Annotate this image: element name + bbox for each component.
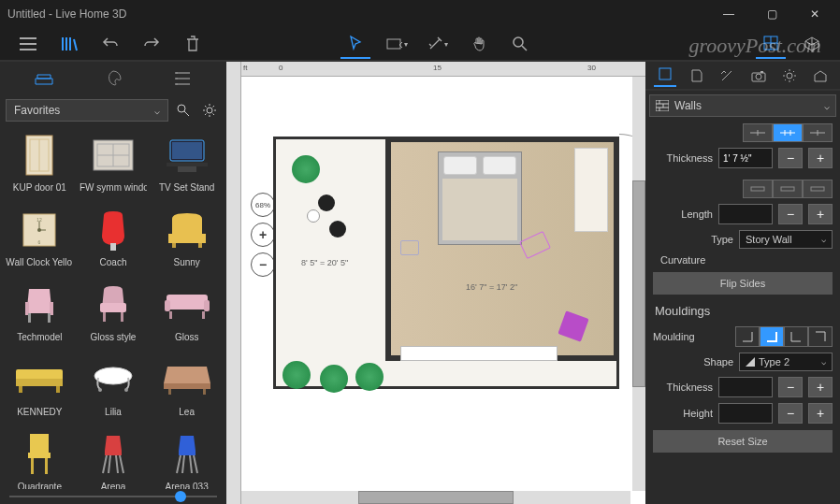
length-minus[interactable]: −	[778, 204, 803, 224]
svg-rect-55	[105, 451, 122, 455]
library-item[interactable]: KENNEDY	[4, 353, 76, 426]
svg-rect-35	[121, 312, 123, 322]
tools-dropdown-icon[interactable]: ▾	[423, 29, 453, 59]
plant-object[interactable]	[355, 363, 384, 391]
library-icon[interactable]	[54, 29, 84, 59]
library-settings-icon[interactable]	[198, 99, 221, 122]
library-item[interactable]: 126Wall Clock Yello…	[4, 204, 76, 277]
floor-plan[interactable]: 8' 5" = 20' 5" 16' 7" = 17' 2"	[273, 137, 619, 389]
reset-size-button[interactable]: Reset Size	[653, 430, 833, 453]
height-input[interactable]	[718, 403, 773, 424]
thickness-side-segmented[interactable]	[743, 123, 833, 142]
library-item[interactable]: Gloss	[151, 279, 223, 352]
wall-tool-icon[interactable]: ▾	[382, 29, 412, 59]
svg-rect-17	[167, 163, 208, 166]
moulding-shape-select[interactable]: Type 2⌵	[739, 353, 833, 371]
select-tool-icon[interactable]	[340, 29, 370, 59]
svg-point-7	[207, 108, 212, 113]
svg-point-3	[176, 72, 178, 74]
length-label: Length	[681, 209, 713, 220]
zoom-percentage[interactable]: 68%	[251, 193, 275, 217]
inspector-object-select[interactable]: Walls ⌵	[649, 94, 836, 117]
svg-point-46	[98, 388, 102, 392]
main-toolbar: ▾ ▾	[0, 28, 840, 62]
thickness-minus[interactable]: −	[778, 148, 803, 168]
library-category-label: Favorites	[14, 104, 60, 117]
zoom-out-button[interactable]: −	[251, 252, 275, 277]
library-search-icon[interactable]	[172, 99, 195, 122]
zoom-in-button[interactable]: +	[251, 223, 275, 247]
library-item[interactable]: KUP door 01	[4, 129, 76, 202]
undo-icon[interactable]	[95, 29, 125, 59]
materials-tab-icon[interactable]	[100, 65, 126, 92]
2d-props-tab-icon[interactable]	[716, 65, 738, 87]
svg-rect-72	[781, 187, 794, 191]
furniture-tab-icon[interactable]	[31, 65, 57, 92]
moulding-thickness-minus[interactable]: −	[778, 377, 803, 397]
moulding-thickness-plus[interactable]: +	[808, 377, 833, 397]
svg-rect-25	[110, 243, 116, 251]
wall-type-select[interactable]: Story Wall⌵	[739, 230, 833, 249]
building-tab-icon[interactable]	[809, 65, 832, 87]
plant-object[interactable]	[282, 361, 311, 389]
svg-rect-53	[31, 458, 34, 474]
menu-icon[interactable]	[13, 29, 43, 59]
camera-tab-icon[interactable]	[747, 65, 770, 87]
minimize-button[interactable]: —	[707, 0, 750, 28]
plant-object[interactable]	[320, 365, 348, 393]
svg-rect-40	[202, 311, 205, 319]
search-icon[interactable]	[505, 29, 535, 59]
flip-sides-button[interactable]: Flip Sides	[653, 272, 833, 295]
library-item[interactable]: Sunny	[151, 204, 223, 277]
svg-rect-71	[751, 187, 764, 191]
svg-rect-0	[387, 39, 400, 49]
thickness-input[interactable]: 1' 7 ½"	[718, 148, 773, 168]
svg-rect-29	[25, 302, 29, 315]
maximize-button[interactable]: ▢	[750, 0, 793, 28]
svg-text:6: 6	[38, 239, 41, 245]
library-item[interactable]: Lilia	[78, 353, 150, 426]
curvature-label: Curvature	[660, 254, 705, 266]
trash-icon[interactable]	[178, 29, 208, 59]
dimension-label: 16' 7" = 17' 2"	[466, 282, 517, 292]
object-props-tab-icon[interactable]	[654, 65, 676, 87]
thumbnail-size-slider[interactable]	[0, 489, 226, 504]
length-plus[interactable]: +	[808, 204, 833, 224]
library-item[interactable]: Arena	[78, 428, 150, 489]
library-item[interactable]: Gloss style	[78, 279, 150, 352]
chevron-down-icon: ⌵	[154, 106, 160, 116]
length-side-segmented[interactable]	[743, 180, 833, 198]
pan-tool-icon[interactable]	[464, 29, 494, 59]
project-tree-tab-icon[interactable]	[169, 65, 196, 92]
height-minus[interactable]: −	[778, 403, 803, 424]
library-category-select[interactable]: Favorites ⌵	[6, 99, 168, 122]
moulding-type-segmented[interactable]	[735, 326, 833, 347]
library-item[interactable]: TV Set Stand	[151, 129, 223, 202]
2d-view-icon[interactable]	[756, 29, 786, 59]
svg-point-45	[94, 367, 132, 384]
light-tab-icon[interactable]	[778, 65, 801, 87]
height-plus[interactable]: +	[808, 403, 833, 424]
vertical-scrollbar[interactable]	[632, 77, 645, 491]
horizontal-scrollbar[interactable]	[241, 491, 630, 504]
3d-view-icon[interactable]	[797, 29, 827, 59]
materials-tab-icon[interactable]	[685, 65, 707, 87]
chevron-down-icon: ⌵	[824, 101, 830, 111]
svg-line-58	[109, 455, 110, 473]
length-input[interactable]	[718, 204, 773, 224]
wall-icon	[656, 100, 669, 111]
svg-rect-37	[165, 300, 170, 311]
library-item[interactable]: Coach	[78, 204, 150, 277]
library-item[interactable]: Lea	[151, 353, 223, 426]
library-item[interactable]: FW symm windo…	[78, 129, 150, 202]
moulding-thickness-input[interactable]	[718, 377, 773, 397]
library-item[interactable]: Techmodel	[4, 279, 76, 352]
bed-object[interactable]	[438, 151, 522, 245]
redo-icon[interactable]	[137, 29, 167, 59]
floorplan-canvas[interactable]: ft 0 15 30 68% + − 8' 5" = 20' 5"	[226, 62, 645, 504]
library-item[interactable]: Arena 033	[151, 428, 223, 489]
library-item[interactable]: Quadrante	[4, 428, 76, 489]
close-button[interactable]: ✕	[793, 0, 836, 28]
thickness-plus[interactable]: +	[808, 148, 833, 168]
plant-object[interactable]	[292, 155, 320, 183]
